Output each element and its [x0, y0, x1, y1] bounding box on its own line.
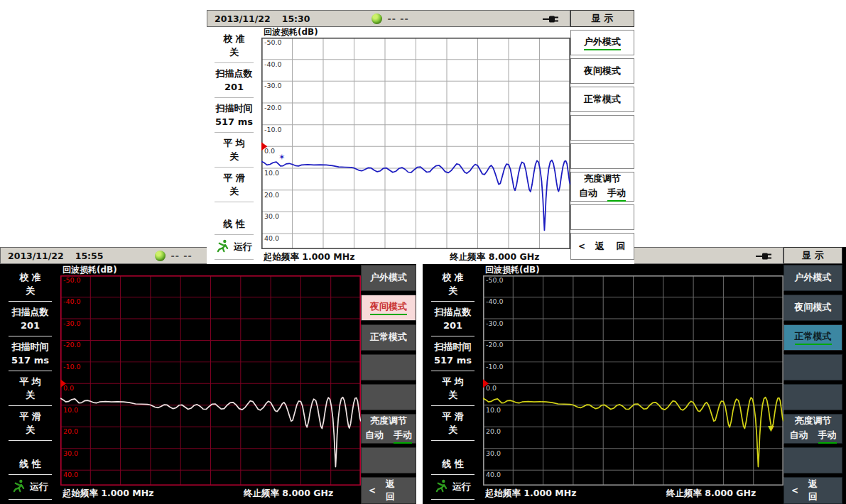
menu-header: 显 示 [783, 247, 842, 264]
menu-button-empty[interactable] [361, 354, 416, 380]
analyzer-screen-outdoor-mode: 2013/11/22 15:30 -- -- 显 示 校 准关 扫描点数201 … [207, 10, 634, 264]
sidebar-item-average[interactable]: 平 均关 [0, 373, 60, 404]
analyzer-screen-normal-mode: 显 示 校 准关 扫描点数201 扫描时间517 ms 平 均关 平 滑关 线 … [423, 247, 846, 504]
menu-button-brightness[interactable]: 亮度调节 自动手动 [361, 414, 416, 444]
divider [9, 371, 52, 371]
return-loss-chart: 回波损耗(dB) ✶ -50.0-40.0-30.0-20.0-10.00.01… [261, 27, 570, 264]
menu-button-night-mode[interactable]: 夜间模式 [570, 58, 634, 84]
divider [215, 132, 254, 133]
display-menu: 户外模式 夜间模式 正常模式 亮度调节 自动手动 < 返 回 [570, 28, 634, 264]
menu-button-normal-mode[interactable]: 正常模式 [570, 87, 634, 112]
brightness-manual-option[interactable]: 手动 [394, 429, 412, 444]
sidebar-item-sweep-time[interactable]: 扫描时间517 ms [423, 338, 483, 369]
start-frequency-label: 起始频率 1.000 MHz [63, 488, 153, 500]
menu-button-empty[interactable] [783, 447, 842, 473]
running-man-icon [216, 239, 229, 255]
sidebar-item-sweep-points[interactable]: 扫描点数201 [207, 65, 261, 96]
divider [431, 474, 474, 475]
brightness-auto-option[interactable]: 自动 [365, 429, 384, 444]
sidebar-item-detection-linear[interactable]: 线 性 [207, 215, 261, 233]
running-man-icon [435, 479, 448, 495]
menu-button-brightness[interactable]: 亮度调节 自动手动 [783, 414, 842, 444]
menu-button-night-mode[interactable]: 夜间模式 [361, 295, 416, 321]
menu-button-outdoor-mode[interactable]: 户外模式 [783, 265, 842, 291]
chart-plot-area: -50.0-40.0-30.0-20.0-10.00.010.020.030.0… [60, 275, 361, 486]
menu-button-back[interactable]: < 返 回 [783, 477, 842, 504]
sidebar-item-smooth[interactable]: 平 滑关 [0, 407, 60, 439]
sidebar-item-smooth[interactable]: 平 滑关 [423, 407, 483, 439]
divider [215, 97, 254, 98]
sidebar-item-calibration[interactable]: 校 准关 [423, 268, 483, 300]
menu-button-empty[interactable] [570, 143, 634, 169]
divider [215, 259, 254, 260]
sidebar-item-smooth[interactable]: 平 滑关 [207, 169, 261, 200]
brightness-auto-option[interactable]: 自动 [579, 187, 597, 202]
running-man-icon [12, 479, 26, 495]
brightness-manual-option[interactable]: 手动 [607, 187, 626, 202]
svg-text:▼: ▼ [768, 424, 774, 433]
menu-button-outdoor-mode[interactable]: 户外模式 [361, 265, 416, 291]
status-time: 15:55 [75, 251, 104, 261]
chart-plot-area: ✶ -50.0-40.0-30.0-20.0-10.00.010.020.030… [261, 38, 570, 249]
gps-status-text: -- -- [171, 251, 192, 261]
sidebar-item-calibration[interactable]: 校 准关 [207, 30, 261, 61]
display-menu: 户外模式 夜间模式 正常模式 亮度调节 自动手动 < 返 回 [361, 265, 416, 504]
divider [431, 405, 474, 406]
divider [9, 499, 52, 500]
menu-button-brightness[interactable]: 亮度调节 自动手动 [570, 172, 634, 202]
display-menu: 户外模式 夜间模式 正常模式 亮度调节 自动手动 < 返 回 [783, 265, 842, 504]
gps-satellite-icon [372, 13, 382, 24]
divider [431, 336, 474, 336]
run-status: 运行 [435, 476, 471, 498]
brightness-auto-option[interactable]: 自动 [790, 429, 808, 444]
back-arrow-icon: < [791, 486, 798, 495]
status-time: 15:30 [282, 13, 310, 24]
sidebar-item-detection-linear[interactable]: 线 性 [423, 455, 483, 473]
divider [9, 440, 52, 441]
menu-button-empty[interactable] [361, 384, 416, 410]
x-axis-labels: 起始频率 1.000 MHz 终止频率 8.000 GHz [60, 486, 361, 501]
sidebar-item-sweep-time[interactable]: 扫描时间517 ms [207, 99, 261, 131]
sidebar-item-sweep-points[interactable]: 扫描点数201 [423, 303, 483, 334]
menu-button-normal-mode[interactable]: 正常模式 [361, 324, 416, 351]
menu-button-empty[interactable] [361, 447, 416, 473]
sidebar-item-detection-linear[interactable]: 线 性 [0, 455, 60, 473]
power-plug-icon [756, 252, 773, 263]
menu-button-night-mode[interactable]: 夜间模式 [783, 295, 842, 321]
sidebar-item-sweep-time[interactable]: 扫描时间517 ms [0, 338, 60, 369]
gps-status-text: -- -- [388, 13, 409, 24]
trace-plot [60, 275, 361, 486]
sidebar-item-average[interactable]: 平 均关 [423, 373, 483, 404]
softkey-sidebar: 校 准关 扫描点数201 扫描时间517 ms 平 均关 平 滑关 线 性 运行 [423, 268, 483, 501]
softkey-sidebar: 校 准关 扫描点数201 扫描时间517 ms 平 均关 平 滑关 线 性 运行 [207, 30, 261, 261]
divider [215, 62, 254, 63]
start-frequency-label: 起始频率 1.000 MHz [264, 251, 354, 263]
menu-button-empty[interactable] [570, 204, 634, 230]
back-arrow-icon: < [578, 241, 585, 251]
divider [215, 167, 254, 168]
divider [431, 301, 474, 302]
back-arrow-icon: < [369, 486, 376, 495]
sidebar-item-sweep-points[interactable]: 扫描点数201 [0, 303, 60, 334]
menu-button-normal-mode[interactable]: 正常模式 [783, 324, 842, 351]
menu-button-empty[interactable] [783, 384, 842, 410]
menu-button-empty[interactable] [570, 115, 634, 141]
start-frequency-label: 起始频率 1.000 MHz [485, 488, 576, 500]
sidebar-item-average[interactable]: 平 均关 [207, 134, 261, 165]
divider [431, 440, 474, 441]
menu-button-outdoor-mode[interactable]: 户外模式 [570, 30, 634, 55]
sidebar-item-calibration[interactable]: 校 准关 [0, 268, 60, 300]
brightness-manual-option[interactable]: 手动 [818, 429, 837, 444]
divider [9, 336, 52, 336]
menu-button-empty[interactable] [783, 354, 842, 380]
divider [9, 405, 52, 406]
x-axis-labels: 起始频率 1.000 MHz 终止频率 8.000 GHz [261, 249, 570, 264]
return-loss-chart: 回波损耗(dB) -50.0-40.0-30.0-20.0-10.00.010.… [60, 264, 361, 504]
menu-button-back[interactable]: < 返 回 [361, 477, 416, 504]
trace-plot: ▼ [483, 275, 783, 486]
status-bar: 2013/11/22 15:30 -- -- [207, 10, 570, 27]
status-date: 2013/11/22 [8, 251, 64, 261]
run-status: 运行 [216, 236, 252, 258]
stop-frequency-label: 终止频率 8.000 GHz [450, 251, 539, 263]
menu-button-back[interactable]: < 返 回 [570, 233, 634, 260]
